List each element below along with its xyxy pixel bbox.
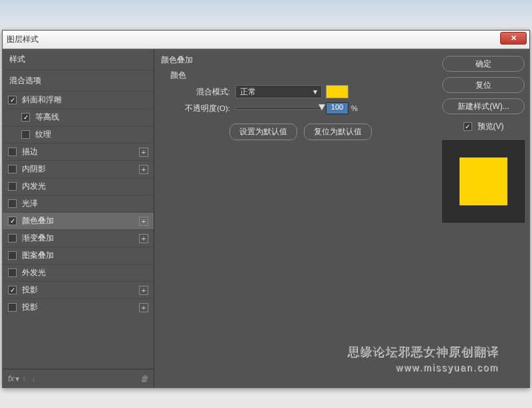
preview-swatch xyxy=(460,157,507,205)
layer-style-dialog: 图层样式 ✕ 样式 混合选项 斜面和浮雕等高线纹理描边+内阴影+内发光光泽颜色叠… xyxy=(2,30,530,388)
style-item[interactable]: 内阴影+ xyxy=(3,160,154,177)
style-checkbox[interactable] xyxy=(8,165,17,173)
style-item-label: 图案叠加 xyxy=(22,250,54,261)
add-effect-icon[interactable]: + xyxy=(139,303,148,312)
reset-default-button[interactable]: 复位为默认值 xyxy=(304,124,372,140)
style-checkbox[interactable] xyxy=(21,113,30,122)
move-up-icon[interactable]: ↑ xyxy=(22,374,26,383)
style-item-label: 颜色叠加 xyxy=(22,215,54,227)
style-checkbox[interactable] xyxy=(8,251,17,260)
style-checkbox[interactable] xyxy=(8,286,17,294)
style-item[interactable]: 内发光 xyxy=(3,177,154,195)
style-checkbox[interactable] xyxy=(8,182,17,191)
panel-subtitle: 颜色 xyxy=(170,70,431,81)
style-item-label: 内阴影 xyxy=(22,163,46,175)
style-item-label: 光泽 xyxy=(22,198,38,209)
panel-title: 颜色叠加 xyxy=(161,54,431,66)
style-item[interactable]: 光泽 xyxy=(3,195,154,212)
add-effect-icon[interactable]: + xyxy=(139,165,148,174)
add-effect-icon[interactable]: + xyxy=(139,234,148,243)
styles-footer: fx▾ ↑ ↓ 🗑 xyxy=(3,369,154,387)
style-checkbox[interactable] xyxy=(21,130,30,139)
style-item[interactable]: 外发光 xyxy=(3,264,154,281)
add-effect-icon[interactable]: + xyxy=(139,286,148,295)
style-item[interactable]: 纹理 xyxy=(3,126,154,143)
preview-area xyxy=(442,140,525,223)
style-item-label: 外发光 xyxy=(22,267,46,278)
style-checkbox[interactable] xyxy=(8,303,17,312)
add-effect-icon[interactable]: + xyxy=(139,148,148,157)
new-style-button[interactable]: 新建样式(W)... xyxy=(442,98,525,114)
titlebar[interactable]: 图层样式 ✕ xyxy=(3,31,529,49)
slider-thumb-icon[interactable] xyxy=(319,104,325,110)
style-item[interactable]: 渐变叠加+ xyxy=(3,229,154,247)
style-item[interactable]: 描边+ xyxy=(3,143,154,160)
style-checkbox[interactable] xyxy=(8,199,17,208)
window-title: 图层样式 xyxy=(7,34,39,45)
preview-checkbox-row[interactable]: 预览(V) xyxy=(464,121,504,132)
styles-header[interactable]: 样式 xyxy=(3,49,154,70)
style-item-label: 描边 xyxy=(22,146,38,157)
close-icon: ✕ xyxy=(511,34,517,43)
add-effect-icon[interactable]: + xyxy=(139,217,148,226)
style-item-label: 纹理 xyxy=(35,129,51,140)
preview-checkbox[interactable] xyxy=(464,122,472,131)
reset-button[interactable]: 复位 xyxy=(442,77,525,93)
style-checkbox[interactable] xyxy=(8,234,17,243)
opacity-unit: % xyxy=(351,104,358,112)
style-list: 斜面和浮雕等高线纹理描边+内阴影+内发光光泽颜色叠加+渐变叠加+图案叠加外发光投… xyxy=(3,91,154,369)
style-item-label: 投影 xyxy=(22,284,38,296)
trash-icon[interactable]: 🗑 xyxy=(140,374,148,383)
style-checkbox[interactable] xyxy=(8,96,17,104)
move-down-icon[interactable]: ↓ xyxy=(31,374,35,383)
style-item-label: 等高线 xyxy=(35,112,59,123)
styles-panel: 样式 混合选项 斜面和浮雕等高线纹理描边+内阴影+内发光光泽颜色叠加+渐变叠加+… xyxy=(3,49,154,387)
opacity-input[interactable]: 100 xyxy=(326,102,348,114)
style-item[interactable]: 斜面和浮雕 xyxy=(3,91,154,108)
settings-panel: 颜色叠加 颜色 混合模式: 正常 ▾ 不透明度(O): 100 xyxy=(154,49,438,387)
style-item-label: 斜面和浮雕 xyxy=(22,94,62,106)
ok-button[interactable]: 确定 xyxy=(442,56,525,72)
fx-label[interactable]: fx xyxy=(8,374,14,383)
style-item[interactable]: 图案叠加 xyxy=(3,247,154,264)
style-item[interactable]: 颜色叠加+ xyxy=(3,212,154,229)
style-item[interactable]: 等高线 xyxy=(3,108,154,126)
blend-mode-label: 混合模式: xyxy=(170,87,230,97)
color-swatch[interactable] xyxy=(326,85,348,98)
blend-mode-select[interactable]: 正常 ▾ xyxy=(235,85,322,98)
style-item-label: 内发光 xyxy=(22,181,46,192)
style-item[interactable]: 投影+ xyxy=(3,298,154,316)
blend-options-header[interactable]: 混合选项 xyxy=(3,70,154,91)
style-checkbox[interactable] xyxy=(8,217,17,225)
opacity-slider[interactable] xyxy=(235,107,322,110)
set-default-button[interactable]: 设置为默认值 xyxy=(229,124,297,140)
style-item[interactable]: 投影+ xyxy=(3,281,154,298)
actions-panel: 确定 复位 新建样式(W)... 预览(V) xyxy=(438,49,529,387)
preview-label: 预览(V) xyxy=(477,121,504,132)
close-button[interactable]: ✕ xyxy=(500,32,527,45)
style-checkbox[interactable] xyxy=(8,148,17,156)
style-checkbox[interactable] xyxy=(8,268,17,277)
opacity-label: 不透明度(O): xyxy=(170,104,230,114)
style-item-label: 投影 xyxy=(22,302,38,313)
chevron-down-icon: ▾ xyxy=(313,87,317,96)
style-item-label: 渐变叠加 xyxy=(22,233,54,244)
